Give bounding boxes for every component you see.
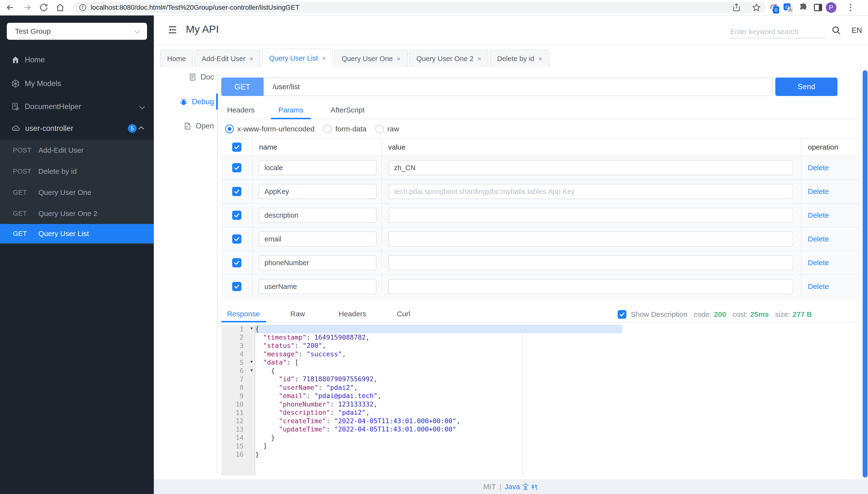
content-tab[interactable]: Query User One 2× (409, 50, 488, 68)
content-tab[interactable]: Query User List× (262, 49, 333, 68)
json-token: "success" (307, 350, 342, 358)
sidebar-endpoint-item[interactable]: GETQuery User List (0, 224, 154, 243)
group-select[interactable]: Test Group (7, 23, 147, 40)
rail-item-debug[interactable]: Debug (168, 95, 223, 109)
response-tab-curl[interactable]: Curl (397, 306, 410, 322)
search-input[interactable] (730, 25, 826, 38)
param-name-input[interactable] (259, 231, 376, 247)
tab-close-icon[interactable]: × (538, 56, 542, 62)
param-value-input[interactable] (388, 208, 793, 223)
tab-close-icon[interactable]: × (250, 56, 253, 62)
content-tab[interactable]: Add-Edit User× (195, 50, 260, 68)
sidebar-item-home[interactable]: Home (0, 52, 154, 68)
body-type-radio[interactable]: form-data (323, 125, 366, 133)
body-type-radio[interactable]: x-www-form-urlencoded (225, 125, 314, 133)
sidebar-item-my-models[interactable]: My Models (0, 76, 154, 91)
sidebar-item-user-controller[interactable]: API user-controller 5 (0, 121, 154, 136)
json-token: , (456, 417, 460, 425)
param-value-input[interactable] (388, 184, 793, 199)
content-tab[interactable]: Home (160, 50, 193, 68)
translate-extension-icon[interactable]: GA (782, 2, 794, 14)
body-type-radio[interactable]: raw (375, 125, 399, 133)
param-name-cell (252, 204, 381, 227)
tab-label: Add-Edit User (202, 55, 245, 63)
tab-headers[interactable]: Headers (220, 101, 262, 119)
tab-label: Query User One 2 (417, 55, 474, 63)
sidebar-endpoint-item[interactable]: GETQuery User One 2 (0, 203, 154, 224)
license-text: MIT (483, 482, 496, 491)
delete-param-link[interactable]: Delete (808, 187, 829, 196)
print-margin-line (522, 325, 523, 476)
delete-param-link[interactable]: Delete (808, 282, 829, 291)
language-toggle[interactable]: EN (851, 26, 862, 35)
tab-afterscript[interactable]: AfterScript (324, 101, 372, 119)
param-value-input[interactable] (388, 231, 793, 247)
response-tab-headers[interactable]: Headers (339, 306, 366, 322)
row-checkbox-checked[interactable] (232, 282, 241, 291)
browser-forward-icon[interactable] (22, 3, 32, 12)
show-description-checkbox[interactable] (617, 310, 626, 319)
param-value-cell (381, 204, 801, 227)
request-url-input[interactable] (263, 78, 773, 96)
param-name-input[interactable] (259, 208, 376, 223)
site-info-icon[interactable] (79, 3, 87, 12)
row-checkbox-checked[interactable] (232, 187, 241, 196)
browser-address-bar[interactable]: localhost:8080/doc.html#/Test%20Group/us… (73, 2, 765, 13)
param-value-input[interactable] (388, 255, 793, 270)
tab-label: Home (167, 55, 186, 63)
profile-avatar[interactable]: P (826, 2, 836, 13)
browser-reload-icon[interactable] (39, 3, 49, 12)
line-number: 2 (221, 334, 244, 341)
delete-param-link[interactable]: Delete (808, 211, 829, 220)
row-checkbox-checked[interactable] (232, 234, 241, 244)
delete-param-link[interactable]: Delete (808, 164, 829, 172)
tab-close-icon[interactable]: × (322, 55, 326, 62)
param-name-input[interactable] (259, 255, 376, 270)
delete-param-link[interactable]: Delete (808, 235, 829, 243)
param-name-cell (252, 251, 381, 274)
response-tab-response[interactable]: Response (227, 306, 260, 322)
fold-caret-icon[interactable]: ▾ (251, 325, 253, 331)
vertical-scrollbar-thumb[interactable] (863, 70, 868, 477)
extensions-puzzle-icon[interactable] (799, 3, 808, 12)
browser-menu-icon[interactable] (846, 3, 855, 12)
bookmark-star-icon[interactable] (752, 3, 761, 12)
rail-item-doc[interactable]: Doc (168, 70, 223, 84)
rail-item-open[interactable]: Open (168, 119, 223, 133)
response-tab-raw[interactable]: Raw (290, 306, 305, 322)
param-value-input[interactable] (388, 160, 793, 175)
param-name-input[interactable] (259, 184, 376, 199)
collapse-sidebar-icon[interactable] (167, 24, 178, 35)
row-checkbox-checked[interactable] (232, 258, 241, 267)
json-token: "2022-04-05T11:43:01.000+00:00" (334, 425, 456, 433)
content-tab[interactable]: Delete by id× (490, 50, 549, 68)
tab-close-icon[interactable]: × (396, 56, 401, 62)
search-icon[interactable] (831, 25, 841, 35)
browser-back-icon[interactable] (5, 3, 15, 12)
share-icon[interactable] (732, 3, 741, 12)
tab-params[interactable]: Params (271, 101, 311, 119)
sidebar-endpoint-item[interactable]: POSTDelete by id (0, 161, 154, 182)
row-checkbox-checked[interactable] (232, 163, 241, 172)
fold-caret-icon[interactable]: ▾ (251, 367, 253, 373)
sidebar-endpoint-item[interactable]: POSTAdd-Edit User (0, 140, 154, 161)
delete-param-link[interactable]: Delete (808, 259, 829, 267)
param-value-input[interactable] (388, 279, 793, 294)
param-name-input[interactable] (259, 160, 376, 175)
select-all-checkbox[interactable] (232, 142, 241, 152)
footer-link[interactable]: Java (504, 482, 538, 491)
json-token: , (342, 350, 346, 358)
json-token: : (307, 392, 314, 399)
side-panel-icon[interactable] (813, 3, 823, 12)
sidebar-endpoint-item[interactable]: GETQuery User One (0, 182, 154, 203)
reading-list-extension-icon[interactable]: 0 (768, 2, 780, 14)
content-tab[interactable]: Query User One× (334, 50, 408, 68)
browser-home-icon[interactable] (55, 3, 65, 12)
fold-caret-icon[interactable]: ▾ (251, 359, 253, 364)
param-checkbox-cell (221, 227, 252, 251)
send-button[interactable]: Send (775, 78, 837, 96)
sidebar-item-documenthelper[interactable]: DocumentHelper (0, 99, 154, 114)
param-name-input[interactable] (259, 279, 376, 294)
row-checkbox-checked[interactable] (232, 211, 241, 220)
tab-close-icon[interactable]: × (477, 56, 481, 62)
